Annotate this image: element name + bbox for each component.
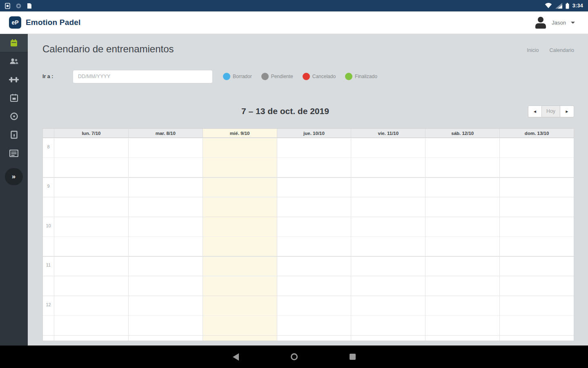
calendar-nav: ◄ Hoy ► [528, 105, 574, 117]
door-icon [10, 130, 18, 139]
finalizado-dot-icon [345, 73, 352, 80]
day-column-mar[interactable] [128, 138, 203, 341]
sidebar-item-trainings[interactable] [0, 70, 28, 89]
screenshot-icon [5, 3, 10, 9]
filter-toolbar: Ir a : Borrador Pendiente Cancelado Fina… [28, 70, 588, 83]
day-header-mar: mar. 8/10 [128, 129, 203, 137]
hour-label-11: 11 [43, 263, 54, 267]
breadcrumb-inicio[interactable]: Inicio [527, 47, 539, 53]
system-status-icons: 3:34 [545, 3, 583, 9]
brand[interactable]: eP Emotion Padel [9, 16, 81, 29]
prev-week-button[interactable]: ◄ [528, 105, 542, 117]
users-icon [9, 57, 19, 65]
vpn-circle-icon [16, 3, 22, 9]
hour-label-9: 9 [43, 184, 54, 188]
today-button[interactable]: Hoy [542, 105, 560, 117]
sidebar-collapse-button[interactable]: » [5, 168, 23, 185]
time-axis: 8 9 10 11 12 [43, 138, 54, 341]
status-time: 3:34 [572, 3, 583, 9]
app-logo-icon: eP [9, 16, 21, 29]
day-header-dom: dom. 13/10 [499, 129, 574, 137]
day-header-lun: lun. 7/10 [54, 129, 128, 137]
battery-icon [566, 3, 569, 9]
calendar-grid: 8 9 10 11 12 [43, 138, 574, 341]
calendar-week-title: 7 – 13 de oct. de 2019 [42, 106, 528, 116]
user-menu[interactable]: Jason [535, 16, 580, 29]
home-button[interactable] [265, 353, 323, 360]
legend-label: Borrador [233, 74, 252, 79]
pendiente-dot-icon [261, 73, 269, 80]
calendar-toolbar: 7 – 13 de oct. de 2019 ◄ Hoy ► [42, 105, 574, 118]
sidebar-item-reports[interactable] [0, 144, 28, 162]
borrador-dot-icon [223, 73, 230, 80]
recents-icon [350, 354, 356, 360]
day-column-dom[interactable] [499, 138, 574, 341]
next-week-button[interactable]: ► [560, 105, 574, 117]
main-content: Calendario de entrenamientos Inicio Cale… [28, 34, 588, 346]
user-name: Jason [552, 20, 566, 26]
day-header-sab: sáb. 12/10 [425, 129, 499, 137]
legend-item-finalizado: Finalizado [345, 73, 377, 80]
chevrons-right-icon: » [12, 173, 16, 181]
recents-button[interactable] [323, 354, 382, 360]
goto-date-input[interactable] [73, 70, 213, 83]
sidebar-item-calendar[interactable] [0, 34, 28, 52]
notification-icons [5, 3, 32, 9]
sidebar-item-schedule[interactable] [0, 89, 28, 107]
sidebar-item-bookings[interactable] [0, 126, 28, 144]
day-column-sab[interactable] [425, 138, 499, 341]
ball-icon [10, 112, 18, 121]
hour-label-12: 12 [43, 302, 54, 307]
back-button[interactable] [207, 353, 265, 361]
wifi-icon [545, 3, 552, 9]
goto-date-label: Ir a : [42, 74, 73, 79]
user-avatar-icon [535, 16, 547, 29]
android-nav-bar [0, 346, 588, 368]
day-header-vie: vie. 11/10 [351, 129, 425, 137]
day-column-jue[interactable] [277, 138, 351, 341]
cellular-signal-icon [555, 3, 562, 9]
legend-label: Cancelado [312, 74, 336, 79]
home-icon [291, 353, 298, 360]
app-title: Emotion Padel [26, 18, 81, 27]
status-legend: Borrador Pendiente Cancelado Finalizado [223, 73, 387, 80]
breadcrumb: Inicio Calendario [527, 45, 574, 53]
chevron-down-icon [571, 22, 575, 24]
legend-item-cancelado: Cancelado [303, 73, 336, 80]
legend-label: Pendiente [271, 74, 293, 79]
cancelado-dot-icon [303, 73, 310, 80]
day-column-mie-today[interactable] [203, 138, 277, 341]
sidebar-item-users[interactable] [0, 52, 28, 70]
legend-item-pendiente: Pendiente [261, 73, 293, 80]
day-column-lun[interactable] [54, 138, 128, 341]
week-calendar: lun. 7/10 mar. 8/10 mié. 9/10 jue. 10/10… [42, 128, 574, 341]
dumbbell-icon [9, 76, 19, 83]
hour-label-10: 10 [43, 223, 54, 228]
page-title: Calendario de entrenamientos [42, 43, 174, 55]
calendar-day-header-row: lun. 7/10 mar. 8/10 mié. 9/10 jue. 10/10… [43, 129, 574, 138]
hour-label-8: 8 [43, 144, 54, 149]
calendar-header-gutter [43, 129, 54, 137]
android-status-bar: 3:34 [0, 0, 588, 11]
back-icon [233, 353, 239, 361]
legend-label: Finalizado [355, 74, 377, 79]
calendar-icon [9, 38, 18, 47]
legend-item-borrador: Borrador [223, 73, 252, 80]
file-icon [27, 3, 32, 9]
sidebar-item-matches[interactable] [0, 107, 28, 126]
day-header-jue: jue. 10/10 [277, 129, 351, 137]
breadcrumb-calendario: Calendario [550, 47, 574, 53]
app-header: eP Emotion Padel Jason [0, 11, 588, 34]
schedule-icon [10, 94, 18, 102]
table-icon [9, 150, 18, 157]
sidebar-nav: » [0, 34, 28, 346]
day-column-vie[interactable] [351, 138, 425, 341]
day-header-mie-today: mié. 9/10 [203, 129, 277, 137]
